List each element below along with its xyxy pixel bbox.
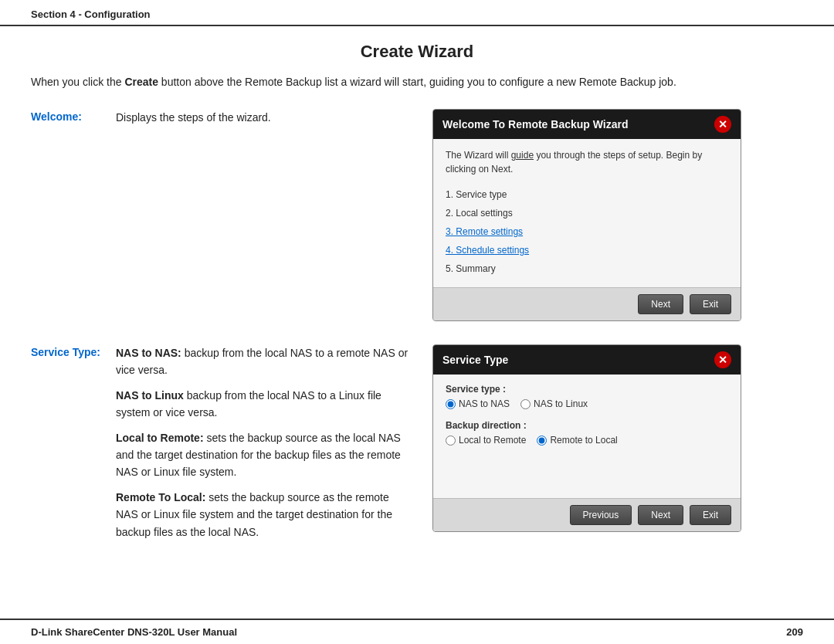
local-to-remote-desc: Local to Remote: sets the backup source … [116,429,409,481]
main-content: Create Wizard When you click the Create … [0,26,834,610]
intro-prefix: When you click the [31,76,124,88]
page-header: Section 4 - Configuration [0,0,834,26]
remote-to-local-desc: Remote To Local: sets the backup source … [116,489,409,541]
remote-to-local-label: Remote to Local [550,435,617,446]
welcome-left: Welcome: Displays the steps of the wizar… [31,109,409,126]
footer-page-number: 209 [786,626,803,638]
nas-to-linux-desc: NAS to Linux backup from the local NAS t… [116,387,409,422]
service-type-footer: Previous Next Exit [433,498,741,531]
welcome-next-button[interactable]: Next [638,294,683,314]
wizard-step-5: 5. Summary [446,259,728,278]
wizard-step-2: 2. Local settings [446,204,728,222]
service-type-titlebar: Service Type ✕ [433,345,741,375]
intro-suffix: button above the Remote Backup list a wi… [158,76,676,88]
backup-direction-radio-group: Local to Remote Remote to Local [446,435,728,446]
page-title: Create Wizard [31,42,803,62]
service-type-next-button[interactable]: Next [638,505,683,525]
service-type-previous-button[interactable]: Previous [570,505,632,525]
local-to-remote-radio[interactable] [446,436,456,446]
welcome-wizard-panel: Welcome To Remote Backup Wizard ✕ The Wi… [432,109,741,321]
service-type-label: Service Type: [31,344,116,358]
welcome-description: Displays the steps of the wizard. [116,109,409,126]
wizard-body: The Wizard will guide you through the st… [433,139,741,287]
remote-to-local-radio[interactable] [537,436,547,446]
wizard-titlebar: Welcome To Remote Backup Wizard ✕ [433,110,741,139]
wizard-step-4: 4. Schedule settings [446,241,728,259]
intro-paragraph: When you click the Create button above t… [31,74,803,90]
nas-to-linux-radio[interactable] [520,399,531,409]
section-title: Section 4 - Configuration [31,8,151,20]
nas-to-nas-option[interactable]: NAS to NAS [446,398,510,409]
remote-to-local-option[interactable]: Remote to Local [537,435,617,446]
service-type-panel: Service Type ✕ Service type : NAS to NAS… [432,344,741,532]
welcome-label: Welcome: [31,109,116,123]
wizard-footer: Next Exit [433,287,741,320]
wizard-steps-list: 1. Service type 2. Local settings 3. Rem… [446,185,728,278]
backup-direction-field-label: Backup direction : [446,420,728,431]
local-to-remote-label: Local to Remote [459,435,526,446]
service-type-body: Service type : NAS to NAS NAS to Linux B [433,375,741,498]
nas-to-nas-radio[interactable] [446,399,456,409]
wizard-close-button[interactable]: ✕ [714,116,731,133]
welcome-section: Welcome: Displays the steps of the wizar… [31,109,803,321]
service-type-field-group: Service type : NAS to NAS NAS to Linux [446,384,728,409]
welcome-exit-button[interactable]: Exit [690,294,731,314]
nas-to-linux-option[interactable]: NAS to Linux [520,398,588,409]
service-type-close-button[interactable]: ✕ [714,351,731,368]
wizard-title: Welcome To Remote Backup Wizard [442,118,629,130]
service-type-description: NAS to NAS: backup from the local NAS to… [116,344,409,541]
service-type-left: Service Type: NAS to NAS: backup from th… [31,344,409,541]
nas-to-nas-desc: NAS to NAS: backup from the local NAS to… [116,344,409,379]
page-footer: D-Link ShareCenter DNS-320L User Manual … [0,619,834,644]
wizard-step-3: 3. Remote settings [446,222,728,241]
wizard-step-1: 1. Service type [446,185,728,204]
service-type-field-label: Service type : [446,384,728,395]
intro-bold: Create [124,76,158,88]
service-type-panel-title: Service Type [442,354,508,366]
service-type-exit-button[interactable]: Exit [690,505,731,525]
service-type-section: Service Type: NAS to NAS: backup from th… [31,344,803,541]
local-to-remote-option[interactable]: Local to Remote [446,435,526,446]
nas-to-linux-label: NAS to Linux [534,398,588,409]
footer-product-name: D-Link ShareCenter DNS-320L User Manual [31,626,237,638]
backup-direction-field-group: Backup direction : Local to Remote Remot… [446,420,728,446]
nas-to-nas-label: NAS to NAS [459,398,510,409]
service-type-radio-group: NAS to NAS NAS to Linux [446,398,728,409]
wizard-intro-text: The Wizard will guide you through the st… [446,148,728,176]
